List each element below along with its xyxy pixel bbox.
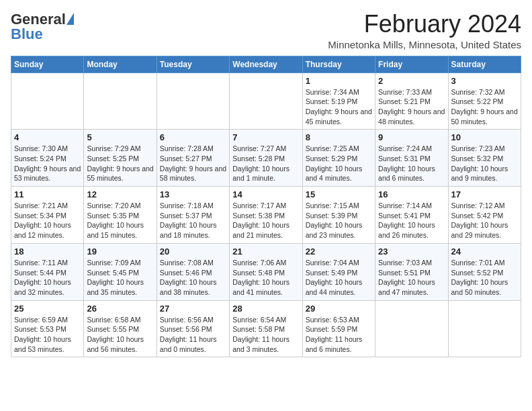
col-header-wednesday: Wednesday <box>230 56 302 73</box>
calendar-cell: 27Sunrise: 6:56 AMSunset: 5:56 PMDayligh… <box>157 300 229 357</box>
day-number: 19 <box>87 246 153 257</box>
day-number: 11 <box>14 189 81 199</box>
day-info: Sunrise: 7:11 AMSunset: 5:44 PMDaylight:… <box>14 258 81 298</box>
day-info: Sunrise: 7:28 AMSunset: 5:27 PMDaylight:… <box>160 144 226 183</box>
day-number: 9 <box>378 132 445 142</box>
calendar-cell: 13Sunrise: 7:18 AMSunset: 5:37 PMDayligh… <box>157 187 229 244</box>
day-info: Sunrise: 7:21 AMSunset: 5:34 PMDaylight:… <box>14 201 81 240</box>
col-header-thursday: Thursday <box>302 56 375 73</box>
logo-blue: Blue <box>11 26 43 43</box>
calendar-cell: 24Sunrise: 7:01 AMSunset: 5:52 PMDayligh… <box>448 243 521 300</box>
col-header-sunday: Sunday <box>11 56 84 73</box>
logo-triangle-icon <box>66 13 74 25</box>
calendar-cell: 17Sunrise: 7:12 AMSunset: 5:42 PMDayligh… <box>448 187 521 244</box>
calendar-cell: 8Sunrise: 7:25 AMSunset: 5:29 PMDaylight… <box>302 130 375 187</box>
day-info: Sunrise: 7:03 AMSunset: 5:51 PMDaylight:… <box>378 258 445 298</box>
day-number: 12 <box>87 189 153 199</box>
day-number: 4 <box>14 132 81 142</box>
page-header: General Blue February 2024 Minnetonka Mi… <box>11 11 521 50</box>
calendar-cell: 20Sunrise: 7:08 AMSunset: 5:46 PMDayligh… <box>157 243 229 300</box>
calendar-cell: 19Sunrise: 7:09 AMSunset: 5:45 PMDayligh… <box>84 243 157 300</box>
logo: General Blue <box>11 11 75 43</box>
calendar-cell <box>11 73 84 130</box>
day-number: 3 <box>451 76 518 86</box>
col-header-monday: Monday <box>84 56 157 73</box>
day-info: Sunrise: 6:54 AMSunset: 5:58 PMDaylight:… <box>232 315 299 355</box>
day-info: Sunrise: 6:53 AMSunset: 5:59 PMDaylight:… <box>306 315 372 355</box>
day-info: Sunrise: 6:56 AMSunset: 5:56 PMDaylight:… <box>160 315 226 355</box>
calendar-cell: 11Sunrise: 7:21 AMSunset: 5:34 PMDayligh… <box>11 187 84 244</box>
day-info: Sunrise: 7:20 AMSunset: 5:35 PMDaylight:… <box>87 201 153 240</box>
calendar-cell <box>230 73 302 130</box>
day-info: Sunrise: 7:01 AMSunset: 5:52 PMDaylight:… <box>451 258 518 298</box>
calendar-cell: 9Sunrise: 7:24 AMSunset: 5:31 PMDaylight… <box>375 130 448 187</box>
day-info: Sunrise: 7:08 AMSunset: 5:46 PMDaylight:… <box>160 258 226 298</box>
calendar-cell: 14Sunrise: 7:17 AMSunset: 5:38 PMDayligh… <box>230 187 302 244</box>
day-number: 5 <box>87 132 153 142</box>
calendar-cell: 18Sunrise: 7:11 AMSunset: 5:44 PMDayligh… <box>11 243 84 300</box>
month-title: February 2024 <box>328 11 521 38</box>
day-number: 10 <box>451 132 518 142</box>
day-number: 6 <box>160 132 226 142</box>
day-number: 2 <box>378 76 445 86</box>
day-number: 7 <box>232 132 299 142</box>
day-info: Sunrise: 7:06 AMSunset: 5:48 PMDaylight:… <box>232 258 299 298</box>
calendar-cell: 4Sunrise: 7:30 AMSunset: 5:24 PMDaylight… <box>11 130 84 187</box>
calendar-cell <box>157 73 229 130</box>
calendar-cell: 12Sunrise: 7:20 AMSunset: 5:35 PMDayligh… <box>84 187 157 244</box>
calendar-body: 1Sunrise: 7:34 AMSunset: 5:19 PMDaylight… <box>11 73 521 357</box>
day-info: Sunrise: 7:30 AMSunset: 5:24 PMDaylight:… <box>14 144 81 183</box>
day-number: 1 <box>306 76 372 86</box>
calendar-week-1: 4Sunrise: 7:30 AMSunset: 5:24 PMDaylight… <box>11 130 521 187</box>
day-number: 13 <box>160 189 226 199</box>
calendar-cell: 15Sunrise: 7:15 AMSunset: 5:39 PMDayligh… <box>302 187 375 244</box>
day-info: Sunrise: 7:32 AMSunset: 5:22 PMDaylight:… <box>451 87 518 127</box>
day-info: Sunrise: 7:24 AMSunset: 5:31 PMDaylight:… <box>378 144 445 183</box>
calendar-cell: 28Sunrise: 6:54 AMSunset: 5:58 PMDayligh… <box>230 300 302 357</box>
day-number: 20 <box>160 246 226 257</box>
calendar-cell: 25Sunrise: 6:59 AMSunset: 5:53 PMDayligh… <box>11 300 84 357</box>
day-number: 24 <box>451 246 518 257</box>
day-info: Sunrise: 7:29 AMSunset: 5:25 PMDaylight:… <box>87 144 153 183</box>
day-number: 26 <box>87 304 153 314</box>
calendar-cell: 21Sunrise: 7:06 AMSunset: 5:48 PMDayligh… <box>230 243 302 300</box>
day-info: Sunrise: 7:09 AMSunset: 5:45 PMDaylight:… <box>87 258 153 298</box>
day-number: 16 <box>378 189 445 199</box>
day-info: Sunrise: 7:17 AMSunset: 5:38 PMDaylight:… <box>232 201 299 240</box>
calendar-cell: 26Sunrise: 6:58 AMSunset: 5:55 PMDayligh… <box>84 300 157 357</box>
day-info: Sunrise: 7:23 AMSunset: 5:32 PMDaylight:… <box>451 144 518 183</box>
title-block: February 2024 Minnetonka Mills, Minnesot… <box>328 11 521 50</box>
day-number: 29 <box>306 304 372 314</box>
day-info: Sunrise: 7:12 AMSunset: 5:42 PMDaylight:… <box>451 201 518 240</box>
day-info: Sunrise: 6:58 AMSunset: 5:55 PMDaylight:… <box>87 315 153 355</box>
day-number: 15 <box>306 189 372 199</box>
day-number: 14 <box>232 189 299 199</box>
calendar-cell: 16Sunrise: 7:14 AMSunset: 5:41 PMDayligh… <box>375 187 448 244</box>
day-number: 17 <box>451 189 518 199</box>
calendar-cell: 1Sunrise: 7:34 AMSunset: 5:19 PMDaylight… <box>302 73 375 130</box>
day-info: Sunrise: 7:14 AMSunset: 5:41 PMDaylight:… <box>378 201 445 240</box>
day-number: 25 <box>14 304 81 314</box>
calendar-table: SundayMondayTuesdayWednesdayThursdayFrid… <box>11 56 521 358</box>
col-header-saturday: Saturday <box>448 56 521 73</box>
day-info: Sunrise: 6:59 AMSunset: 5:53 PMDaylight:… <box>14 315 81 355</box>
calendar-cell: 3Sunrise: 7:32 AMSunset: 5:22 PMDaylight… <box>448 73 521 130</box>
day-number: 28 <box>232 304 299 314</box>
calendar-cell: 10Sunrise: 7:23 AMSunset: 5:32 PMDayligh… <box>448 130 521 187</box>
calendar-cell: 7Sunrise: 7:27 AMSunset: 5:28 PMDaylight… <box>230 130 302 187</box>
day-number: 23 <box>378 246 445 257</box>
day-info: Sunrise: 7:18 AMSunset: 5:37 PMDaylight:… <box>160 201 226 240</box>
day-number: 21 <box>232 246 299 257</box>
calendar-week-4: 25Sunrise: 6:59 AMSunset: 5:53 PMDayligh… <box>11 300 521 357</box>
day-number: 8 <box>306 132 372 142</box>
day-number: 27 <box>160 304 226 314</box>
day-number: 18 <box>14 246 81 257</box>
day-info: Sunrise: 7:33 AMSunset: 5:21 PMDaylight:… <box>378 87 445 127</box>
calendar-header-row: SundayMondayTuesdayWednesdayThursdayFrid… <box>11 56 521 73</box>
calendar-week-0: 1Sunrise: 7:34 AMSunset: 5:19 PMDaylight… <box>11 73 521 130</box>
calendar-cell <box>375 300 448 357</box>
calendar-cell: 2Sunrise: 7:33 AMSunset: 5:21 PMDaylight… <box>375 73 448 130</box>
calendar-cell: 22Sunrise: 7:04 AMSunset: 5:49 PMDayligh… <box>302 243 375 300</box>
calendar-cell <box>448 300 521 357</box>
day-info: Sunrise: 7:25 AMSunset: 5:29 PMDaylight:… <box>306 144 372 183</box>
